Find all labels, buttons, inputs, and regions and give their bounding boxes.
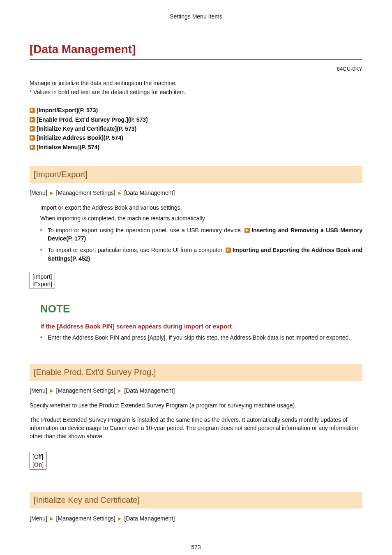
- toc-item[interactable]: [Enable Prod. Ext'd Survey Prog.](P. 573…: [30, 116, 362, 124]
- document-id: 84CU-0KY: [30, 65, 362, 73]
- section-heading-survey-prog: [Enable Prod. Ext'd Survey Prog.]: [30, 364, 362, 381]
- toc-item-label: [Initialize Menu](P. 574): [37, 144, 99, 150]
- toc-item[interactable]: [Initialize Key and Certificate](P. 573): [30, 125, 362, 133]
- breadcrumb: [Menu] ▶ [Management Settings] ▶ [Data M…: [30, 386, 362, 395]
- play-icon: [226, 247, 231, 253]
- section-heading-import-export: [Import/Export]: [30, 166, 362, 183]
- section-paragraph: When importing is completed, the machine…: [40, 214, 362, 222]
- toc-item-label: [Import/Export](P. 573): [37, 107, 98, 113]
- option-value: [Export]: [32, 280, 52, 288]
- chevron-right-icon: ▶: [117, 190, 122, 195]
- bullet-text: To import or export particular items, us…: [48, 247, 226, 253]
- breadcrumb-item: [Menu]: [30, 190, 47, 196]
- note-heading: NOTE: [40, 301, 362, 317]
- options-box: [Import] [Export]: [30, 272, 55, 289]
- play-icon: [30, 135, 35, 141]
- list-item: To import or export using the operation …: [40, 226, 362, 243]
- breadcrumb-item: [Menu]: [30, 515, 47, 522]
- header-breadcrumb: Settings Menu Items: [30, 12, 362, 21]
- bullet-text: To import or export using the operation …: [48, 227, 244, 234]
- option-value: [Off]: [32, 453, 44, 460]
- toc-item-label: [Initialize Key and Certificate](P. 573): [37, 125, 136, 132]
- table-of-contents: [Import/Export](P. 573) [Enable Prod. Ex…: [30, 106, 362, 151]
- chevron-right-icon: ▶: [49, 516, 55, 521]
- play-icon: [30, 108, 35, 113]
- option-value: [Import]: [32, 273, 52, 280]
- chevron-right-icon: ▶: [117, 516, 122, 521]
- play-icon: [30, 117, 35, 123]
- breadcrumb: [Menu] ▶ [Management Settings] ▶ [Data M…: [30, 514, 362, 523]
- toc-item[interactable]: [Initialize Address Book](P. 574): [30, 134, 362, 142]
- play-icon: [30, 145, 35, 150]
- section-paragraph: Specify whether to use the Product Exten…: [30, 401, 362, 409]
- chevron-right-icon: ▶: [49, 190, 55, 195]
- note-bullet-list: Enter the Address Book PIN and press [Ap…: [40, 333, 362, 342]
- options-box: [Off] [On]: [30, 452, 46, 469]
- intro-block: Manage or initialize the data and settin…: [30, 79, 362, 97]
- page-number: 573: [30, 543, 362, 551]
- intro-line-2: * Values in bold red text are the defaul…: [30, 88, 362, 96]
- toc-item-label: [Enable Prod. Ext'd Survey Prog.](P. 573…: [37, 116, 148, 123]
- section-paragraph: The Product Extended Survey Program is i…: [30, 416, 362, 441]
- bullet-list: To import or export using the operation …: [40, 226, 362, 263]
- intro-line-1: Manage or initialize the data and settin…: [30, 79, 362, 87]
- breadcrumb: [Menu] ▶ [Management Settings] ▶ [Data M…: [30, 189, 362, 197]
- list-item: To import or export particular items, us…: [40, 246, 362, 263]
- breadcrumb-item: [Data Management]: [124, 515, 175, 522]
- toc-item[interactable]: [Import/Export](P. 573): [30, 106, 362, 114]
- play-icon: [30, 126, 35, 132]
- toc-item[interactable]: [Initialize Menu](P. 574): [30, 143, 362, 151]
- breadcrumb-item: [Management Settings]: [56, 515, 115, 522]
- breadcrumb-item: [Management Settings]: [56, 387, 115, 394]
- breadcrumb-item: [Menu]: [30, 387, 47, 394]
- chevron-right-icon: ▶: [49, 388, 55, 393]
- breadcrumb-item: [Data Management]: [124, 190, 175, 196]
- breadcrumb-item: [Management Settings]: [56, 190, 115, 196]
- section-heading-init-key-cert: [Initialize Key and Certificate]: [30, 492, 362, 509]
- note-subheading: If the [Address Book PIN] screen appears…: [40, 322, 362, 331]
- option-value-default: [On]: [32, 461, 44, 468]
- breadcrumb-item: [Data Management]: [124, 387, 175, 394]
- page-title: [Data Management]: [30, 41, 362, 60]
- section-paragraph: Import or export the Address Book and va…: [40, 204, 362, 212]
- chevron-right-icon: ▶: [117, 388, 122, 393]
- list-item: Enter the Address Book PIN and press [Ap…: [40, 333, 362, 342]
- default-value: On: [34, 461, 42, 468]
- play-icon: [244, 228, 250, 233]
- toc-item-label: [Initialize Address Book](P. 574): [37, 134, 123, 141]
